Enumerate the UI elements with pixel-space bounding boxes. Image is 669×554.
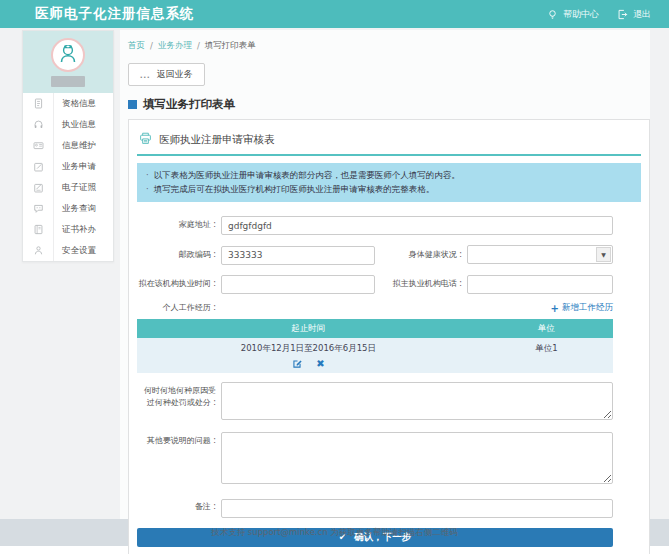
practice-time-label: 拟在该机构执业时间 :	[137, 278, 221, 289]
ellipsis-icon: ...	[140, 73, 151, 77]
doctor-icon	[56, 41, 80, 69]
panel-header: 医师执业注册申请审核表	[137, 128, 641, 156]
remarks-label: 备注 :	[137, 501, 221, 513]
add-work-experience-label: 新增工作经历	[562, 302, 613, 314]
sidebar-item-label: 业务查询	[53, 198, 113, 219]
sidebar-item-certificate-reissue[interactable]: 证书补办	[23, 219, 113, 240]
id-card-icon	[23, 135, 53, 156]
sidebar-item-info-maintenance[interactable]: 信息维护	[23, 135, 113, 156]
book-icon	[23, 219, 53, 240]
logout-label: 退出	[633, 8, 651, 21]
org-phone-input[interactable]	[467, 275, 613, 294]
notice-text: 填写完成后可在拟执业医疗机构打印医师执业注册申请审核表的完整表格。	[154, 182, 435, 196]
footer-text: 技术支持 support@minke.cn 为获取更多帮助请扫描右侧二维码	[211, 527, 458, 539]
postal-code-label: 邮政编码 :	[137, 249, 221, 260]
sidebar: 资格信息 执业信息 信息维护 业务申请 电子证照 业务查询 证书补办 安全设置	[22, 30, 114, 262]
help-center-link[interactable]: 帮助中心	[547, 8, 599, 21]
breadcrumb-home[interactable]: 首页	[128, 40, 145, 52]
user-profile-box	[23, 31, 113, 93]
bullet-icon: ·	[146, 168, 149, 182]
sidebar-item-business-query[interactable]: 业务查询	[23, 198, 113, 219]
sidebar-item-label: 资格信息	[53, 93, 113, 114]
breadcrumb-separator: /	[150, 41, 153, 51]
sidebar-item-label: 安全设置	[53, 240, 113, 261]
sidebar-item-label: 证书补办	[53, 219, 113, 240]
home-address-label: 家庭地址 :	[137, 219, 221, 231]
sidebar-item-qualification-info[interactable]: 资格信息	[23, 93, 113, 114]
column-header-unit: 单位	[480, 319, 613, 338]
home-address-input[interactable]	[221, 216, 613, 235]
breadcrumb: 首页 / 业务办理 / 填写打印表单	[128, 40, 650, 52]
sidebar-item-practice-info[interactable]: 执业信息	[23, 114, 113, 135]
experience-unit: 单位1	[480, 338, 613, 373]
org-phone-label: 拟主执业机构电话 :	[375, 278, 467, 289]
experience-period: 2010年12月1日至2016年6月15日	[137, 343, 480, 355]
page-section-title: 填写业务打印表单	[128, 97, 650, 112]
user-icon	[23, 240, 53, 261]
help-center-label: 帮助中心	[563, 8, 599, 21]
sidebar-item-label: 执业信息	[53, 114, 113, 135]
back-button-label: 返回业务	[157, 68, 193, 81]
sidebar-item-label: 电子证照	[53, 177, 113, 198]
plus-icon: +	[551, 303, 559, 314]
remarks-input[interactable]	[221, 499, 613, 518]
certificate-icon	[23, 177, 53, 198]
breadcrumb-separator: /	[197, 41, 200, 51]
other-issues-textarea[interactable]	[221, 432, 613, 484]
notice-line: · 以下表格为医师执业注册申请审核表的部分内容，也是需要医师个人填写的内容。	[146, 168, 632, 182]
top-header-bar: 医师电子化注册信息系统 帮助中心 退出	[0, 0, 669, 28]
application-form: 家庭地址 : 邮政编码 : 身体健康状况 : ▼	[137, 214, 641, 547]
document-icon	[23, 93, 53, 114]
practice-time-input[interactable]	[221, 275, 375, 294]
notice-box: · 以下表格为医师执业注册申请审核表的部分内容，也是需要医师个人填写的内容。 ·…	[137, 163, 641, 202]
health-status-label: 身体健康状况 :	[375, 249, 467, 260]
content-area: 资格信息 执业信息 信息维护 业务申请 电子证照 业务查询 证书补办 安全设置	[0, 28, 669, 519]
breadcrumb-business[interactable]: 业务办理	[158, 40, 192, 52]
work-experience-table: 起止时间 单位 2010年12月1日至2016年6月15日	[137, 319, 613, 373]
avatar	[51, 38, 85, 72]
sidebar-item-business-application[interactable]: 业务申请	[23, 156, 113, 177]
bullet-icon: ·	[146, 182, 149, 196]
breadcrumb-current: 填写打印表单	[205, 40, 256, 52]
other-issues-label: 其他要说明的问题 :	[137, 432, 221, 447]
edit-square-icon	[23, 156, 53, 177]
sidebar-item-label: 信息维护	[53, 135, 113, 156]
work-experience-label: 个人工作经历 :	[137, 302, 221, 314]
headset-icon	[23, 114, 53, 135]
column-header-period: 起止时间	[137, 319, 480, 338]
lightbulb-icon	[547, 9, 558, 20]
app-title: 医师电子化注册信息系统	[35, 5, 195, 23]
notice-text: 以下表格为医师执业注册申请审核表的部分内容，也是需要医师个人填写的内容。	[154, 168, 460, 182]
main-content: 首页 / 业务办理 / 填写打印表单 ... 返回业务 填写业务打印表单 医师执…	[120, 30, 650, 519]
edit-icon[interactable]	[292, 358, 303, 369]
chat-search-icon	[23, 198, 53, 219]
punishment-textarea[interactable]	[221, 382, 613, 420]
blue-square-icon	[128, 100, 137, 109]
user-name-redacted	[51, 76, 85, 87]
punishment-label: 何时何地何种原因受过何种处罚或处分 :	[137, 382, 221, 409]
panel-title: 医师执业注册申请审核表	[159, 133, 275, 147]
sidebar-item-security-settings[interactable]: 安全设置	[23, 240, 113, 261]
back-to-business-button[interactable]: ... 返回业务	[128, 63, 205, 86]
sidebar-item-label: 业务申请	[53, 156, 113, 177]
sidebar-item-electronic-certificate[interactable]: 电子证照	[23, 177, 113, 198]
delete-icon[interactable]: ✖	[316, 359, 324, 369]
notice-line: · 填写完成后可在拟执业医疗机构打印医师执业注册申请审核表的完整表格。	[146, 182, 632, 196]
health-status-select[interactable]: ▼	[467, 245, 613, 264]
logout-icon	[617, 9, 628, 20]
dropdown-arrow-icon[interactable]: ▼	[596, 247, 611, 262]
form-panel: 医师执业注册申请审核表 · 以下表格为医师执业注册申请审核表的部分内容，也是需要…	[128, 119, 650, 554]
logout-link[interactable]: 退出	[617, 8, 651, 21]
section-title-text: 填写业务打印表单	[143, 97, 235, 112]
table-row: 2010年12月1日至2016年6月15日 ✖ 单位1	[137, 338, 613, 373]
add-work-experience-link[interactable]: + 新增工作经历	[551, 302, 613, 314]
printer-icon	[139, 130, 152, 149]
postal-code-input[interactable]	[221, 246, 375, 265]
